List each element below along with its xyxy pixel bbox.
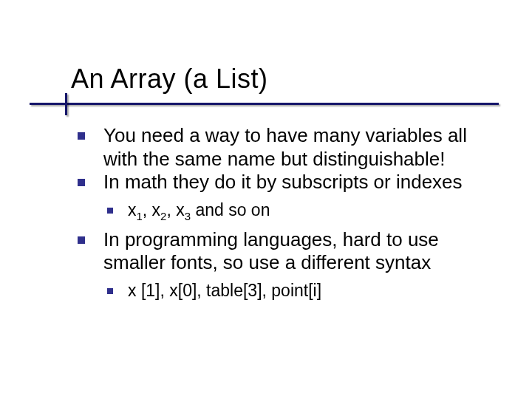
bullet-level2: x [1], x[0], table[3], point[i] (107, 281, 495, 301)
slide-title: An Array (a List) (71, 64, 268, 95)
bullet-level1: You need a way to have many variables al… (78, 124, 495, 171)
subscript: 1 (137, 210, 143, 222)
square-bullet-icon (78, 236, 85, 244)
bullet-level1: In math they do it by subscripts or inde… (78, 171, 495, 194)
square-bullet-icon (78, 179, 85, 186)
text-fragment: , x (166, 200, 184, 219)
text-fragment: and so on (191, 200, 270, 219)
slide: An Array (a List) You need a way to have… (0, 0, 532, 399)
slide-body: You need a way to have many variables al… (78, 124, 495, 309)
bullet-level1: In programming languages, hard to use sm… (78, 228, 495, 275)
square-bullet-icon (107, 208, 113, 214)
title-tick (65, 93, 67, 115)
bullet-text: You need a way to have many variables al… (103, 124, 495, 171)
subscript: 3 (185, 210, 191, 222)
bullet-text: x1, x2, x3 and so on (128, 200, 270, 221)
square-bullet-icon (78, 132, 85, 140)
text-fragment: , x (143, 200, 160, 219)
bullet-text: In programming languages, hard to use sm… (103, 228, 495, 275)
bullet-text: x [1], x[0], table[3], point[i] (128, 281, 321, 301)
text-fragment: x (128, 200, 137, 219)
bullet-text: In math they do it by subscripts or inde… (103, 171, 463, 194)
bullet-level2: x1, x2, x3 and so on (107, 200, 495, 221)
square-bullet-icon (107, 288, 113, 294)
title-underline (30, 103, 499, 105)
